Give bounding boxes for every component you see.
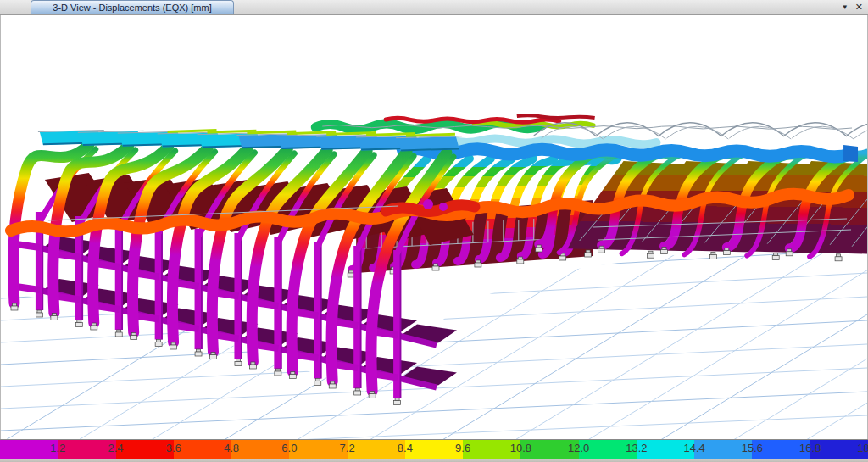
bottom-strip [0, 459, 868, 462]
support-symbol [786, 249, 793, 256]
support-symbol [36, 310, 42, 317]
support-symbol [369, 392, 376, 398]
support-symbol [723, 248, 730, 255]
support-symbol [155, 340, 162, 347]
contour-legend: 1.22.43.64.86.07.28.49.610.812.013.214.4… [0, 439, 868, 459]
support-symbol [585, 250, 592, 257]
legend-color-segment [116, 440, 174, 459]
support-symbol [91, 323, 97, 330]
support-symbol [131, 333, 137, 340]
legend-value-label: 1.2 [50, 442, 65, 454]
legend-value-label: 15.6 [742, 442, 763, 454]
view-tab[interactable]: 3-D View - Displacements (EQX) [mm] [31, 0, 234, 14]
support-symbol [432, 264, 439, 270]
legend-color-segment [289, 440, 347, 459]
support-symbol [772, 253, 779, 260]
support-symbol [835, 254, 842, 261]
support-symbol [249, 362, 256, 369]
window-close-icon[interactable]: ✕ [855, 1, 863, 14]
legend-color-segment [0, 440, 58, 459]
support-symbol [709, 252, 716, 259]
support-symbol [536, 245, 542, 252]
legend-color-segment [231, 440, 289, 459]
legend-value-label: 7.2 [340, 442, 355, 454]
support-symbol [115, 330, 122, 337]
legend-value-label: 9.6 [455, 442, 470, 454]
support-symbol [235, 359, 242, 366]
legend-value-label: 12.0 [568, 442, 589, 454]
support-symbol [11, 303, 18, 310]
legend-value-label: 4.8 [224, 442, 239, 454]
legend-value-label: 18.0 [857, 442, 868, 454]
legend-value-label: 10.8 [510, 442, 531, 454]
support-symbol [354, 388, 361, 395]
support-symbol [210, 353, 217, 359]
view-title-bar: 3-D View - Displacements (EQX) [mm] ▼ ✕ [0, 0, 868, 15]
support-symbol [517, 257, 524, 264]
window-menu-icon[interactable]: ▼ [842, 1, 849, 14]
support-symbol [329, 381, 336, 388]
legend-color-segment [405, 440, 463, 459]
roof-edge-blue-band [397, 148, 850, 157]
support-symbol [314, 379, 321, 386]
legend-value-label: 6.0 [281, 442, 297, 454]
support-symbol [275, 369, 281, 376]
support-symbol [648, 251, 654, 258]
legend-color-segment [174, 440, 231, 459]
3d-view-canvas[interactable] [0, 14, 868, 439]
support-symbol [394, 398, 401, 405]
support-symbol [170, 342, 177, 349]
support-symbol [51, 314, 58, 320]
model-3d-view[interactable] [1, 14, 867, 439]
support-symbol [289, 372, 296, 379]
legend-color-segment [348, 440, 405, 459]
legend-value-label: 13.2 [626, 442, 647, 454]
support-symbol [75, 320, 82, 327]
view-tab-title: 3-D View - Displacements (EQX) [mm] [53, 3, 211, 13]
support-symbol [195, 349, 202, 356]
legend-value-label: 16.8 [799, 442, 821, 454]
support-symbol [598, 246, 605, 253]
support-symbol [475, 260, 481, 267]
legend-color-segment [58, 440, 115, 459]
legend-value-label: 2.4 [108, 442, 123, 454]
legend-value-label: 14.4 [684, 442, 705, 454]
legend-value-label: 3.6 [166, 442, 181, 454]
legend-value-label: 8.4 [398, 442, 413, 454]
support-symbol [348, 270, 354, 277]
support-symbol [660, 247, 667, 253]
